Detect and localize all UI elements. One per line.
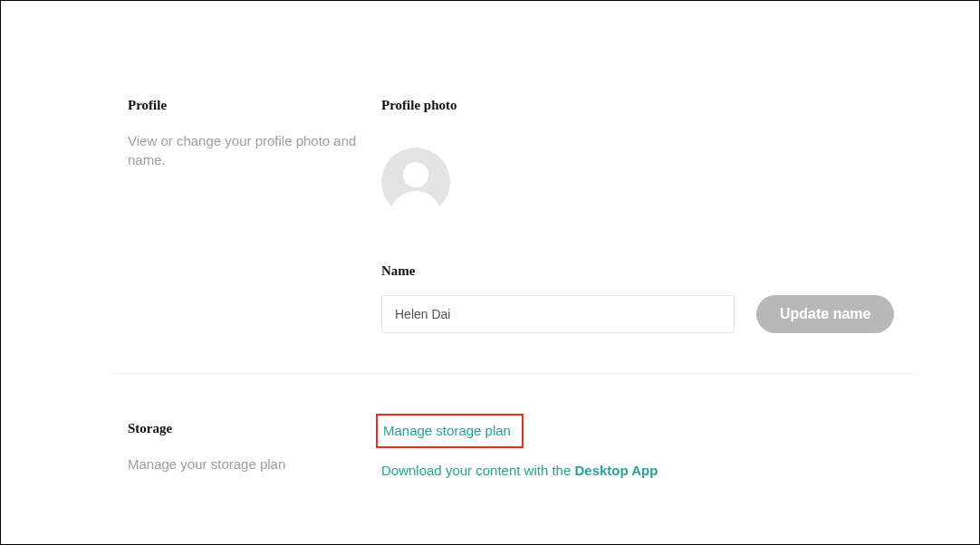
name-label: Name [381,263,916,279]
name-input[interactable] [381,295,735,333]
avatar-icon[interactable] [381,148,450,216]
download-content-line: Download your content with the Desktop A… [381,463,916,478]
highlight-box: Manage storage plan [376,414,524,448]
profile-section: Profile View or change your profile phot… [128,98,916,333]
storage-section-right: Manage storage plan Download your conten… [381,414,916,478]
name-block: Name Update name [381,263,916,333]
name-row: Update name [381,295,916,333]
storage-description: Manage your storage plan [128,454,381,473]
profile-section-left: Profile View or change your profile phot… [128,98,381,169]
storage-title: Storage [128,421,381,436]
update-name-button[interactable]: Update name [756,295,894,333]
settings-container: Profile View or change your profile phot… [1,1,979,514]
download-prefix: Download your content with the [381,463,574,478]
profile-title: Profile [128,98,381,113]
manage-storage-link[interactable]: Manage storage plan [383,423,511,438]
profile-section-right: Profile photo Name Update name [381,98,916,333]
storage-section: Storage Manage your storage plan Manage … [128,414,916,478]
profile-photo-label: Profile photo [381,98,916,113]
desktop-app-link[interactable]: Desktop App [574,463,658,478]
storage-section-left: Storage Manage your storage plan [128,414,381,473]
section-divider [110,373,916,374]
profile-description: View or change your profile photo and na… [128,131,381,169]
